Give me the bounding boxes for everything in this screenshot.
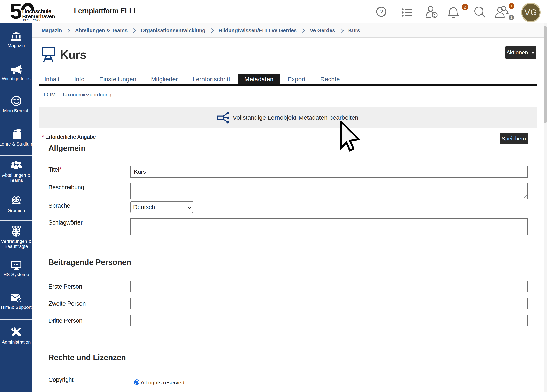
svg-text:?: ? bbox=[18, 298, 20, 302]
svg-text:?: ? bbox=[379, 8, 383, 16]
